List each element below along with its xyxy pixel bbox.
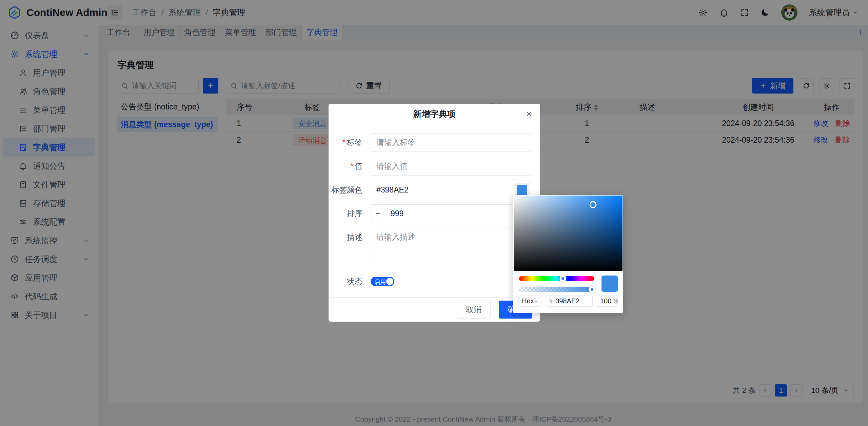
tag-color-input[interactable] [376, 185, 526, 195]
label-input[interactable] [376, 138, 526, 147]
value-field-label: 值 [355, 162, 362, 170]
color-format-select[interactable]: Hex [518, 296, 541, 307]
alpha-handle[interactable] [589, 286, 595, 293]
alpha-slider[interactable] [519, 287, 594, 292]
hex-value-box: # [546, 296, 593, 307]
toggle-knob [386, 278, 393, 285]
cancel-button[interactable]: 取消 [457, 301, 491, 319]
minus-stepper-button[interactable]: − [371, 205, 385, 223]
hue-handle[interactable] [559, 275, 566, 282]
saturation-area[interactable] [514, 196, 623, 271]
sort-input[interactable] [391, 209, 532, 218]
alpha-value-input[interactable] [600, 297, 612, 305]
hex-value-input[interactable] [555, 297, 589, 305]
alpha-value-box: % [597, 296, 618, 307]
desc-field-label: 描述 [347, 233, 362, 242]
add-dict-item-modal: 新增字典项 *标签 *值 标签颜色 [329, 104, 540, 322]
status-toggle[interactable]: 启用 [371, 277, 394, 286]
color-picker-popup: Hex # % [513, 195, 623, 313]
label-field-label: 标签 [347, 138, 362, 147]
app-screen: ContiNew Admin 仪表盘 系统管理 [0, 0, 868, 426]
status-field-label: 状态 [347, 277, 362, 286]
color-swatch [517, 185, 527, 195]
desc-textarea[interactable] [376, 232, 526, 263]
modal-title: 新增字典项 [413, 108, 456, 120]
chevron-down-icon [534, 299, 539, 304]
color-field-label: 标签颜色 [331, 185, 362, 194]
value-input[interactable] [376, 162, 526, 171]
close-icon[interactable] [525, 104, 533, 124]
saturation-handle[interactable] [590, 201, 597, 208]
sort-field-label: 排序 [347, 209, 362, 218]
picker-color-preview[interactable] [601, 276, 618, 292]
hue-slider[interactable] [519, 276, 594, 281]
